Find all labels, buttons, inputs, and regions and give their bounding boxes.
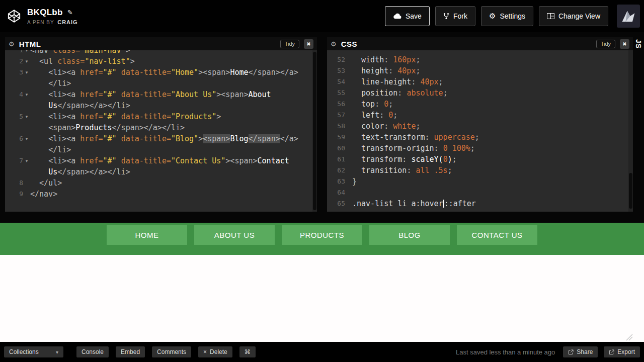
js-panel-label[interactable]: JS xyxy=(634,39,642,223)
code-line: 65.nav-list li a:hover::after xyxy=(327,198,633,209)
html-panel-header: ⚙ HTML Tidy ✖ xyxy=(5,37,317,50)
code-line: 58 color: white; xyxy=(327,121,633,132)
x-icon: × xyxy=(203,348,207,355)
change-view-button[interactable]: Change View xyxy=(539,6,608,26)
preview-pane: HOMEABOUT USPRODUCTSBLOGCONTACT US xyxy=(0,223,644,342)
preview-nav: HOMEABOUT USPRODUCTSBLOGCONTACT US xyxy=(0,223,644,255)
editor-area: ⚙ HTML Tidy ✖ 1▾<nav class="main-nav">2▾… xyxy=(0,32,644,223)
code-line: Us</span></a></li> xyxy=(5,100,317,111)
html-panel: ⚙ HTML Tidy ✖ 1▾<nav class="main-nav">2▾… xyxy=(5,37,317,212)
resize-handle-icon[interactable] xyxy=(624,332,633,341)
code-line: 62 transition: all .5s; xyxy=(327,165,633,176)
change-view-label: Change View xyxy=(558,12,600,20)
code-line: 6▾ <li><a href="#" data-title="Blog"><sp… xyxy=(5,133,317,144)
css-code-editor[interactable]: 52 width: 160px;53 height: 40px;54 line-… xyxy=(327,50,633,212)
comments-button[interactable]: Comments xyxy=(152,346,191,357)
code-line: 1▾<nav class="main-nav"> xyxy=(5,50,317,56)
code-line: 9</nav> xyxy=(5,189,317,200)
preview-nav-button[interactable]: HOME xyxy=(107,225,187,245)
byline-prefix: A PEN BY xyxy=(27,20,54,25)
code-line: 54 line-height: 40px; xyxy=(327,76,633,87)
fork-icon xyxy=(443,13,449,20)
footer-bar: Collections ▾ Console Embed Comments × D… xyxy=(0,342,644,362)
code-line: 2▾ <ul class="nav-list"> xyxy=(5,56,317,67)
css-close-icon[interactable]: ✖ xyxy=(620,39,629,49)
preview-nav-button[interactable]: PRODUCTS xyxy=(282,225,362,245)
code-line: 4▾ <li><a href="#" data-title="About Us"… xyxy=(5,89,317,100)
html-scrollbar[interactable] xyxy=(312,50,317,212)
last-saved-status: Last saved less than a minute ago xyxy=(456,348,555,356)
settings-label: Settings xyxy=(500,12,525,20)
cloud-icon xyxy=(393,13,401,19)
author-link[interactable]: Craig xyxy=(57,19,77,25)
edit-title-icon[interactable]: ✎ xyxy=(67,9,73,16)
fork-label: Fork xyxy=(453,12,467,20)
collections-label: Collections xyxy=(9,348,39,355)
html-code-editor[interactable]: 1▾<nav class="main-nav">2▾ <ul class="na… xyxy=(5,50,317,212)
collections-button[interactable]: Collections ▾ xyxy=(4,346,63,357)
css-panel-title: CSS xyxy=(341,40,357,48)
css-scrollbar[interactable] xyxy=(628,50,633,212)
code-line: 52 width: 160px; xyxy=(327,54,633,65)
code-line: 57 left: 0; xyxy=(327,110,633,121)
delete-label: Delete xyxy=(210,348,227,355)
code-line: Us</span></a></li> xyxy=(5,166,317,177)
css-tidy-button[interactable]: Tidy xyxy=(596,40,615,48)
html-panel-title: HTML xyxy=(19,40,41,48)
html-panel-gear-icon[interactable]: ⚙ xyxy=(9,40,15,48)
code-line: </li> xyxy=(5,78,317,89)
preview-nav-button[interactable]: BLOG xyxy=(369,225,450,245)
pen-byline: A PEN BY Craig xyxy=(27,19,78,25)
chevron-down-icon: ▾ xyxy=(56,349,58,355)
preview-nav-button[interactable]: ABOUT US xyxy=(194,225,275,245)
code-line: <span>Products</span></a></li> xyxy=(5,122,317,133)
code-line: 60 transform-origin: 0 100%; xyxy=(327,143,633,154)
share-label: Share xyxy=(577,348,593,355)
console-button[interactable]: Console xyxy=(76,346,109,357)
pen-title: BKQLbb xyxy=(27,8,63,18)
code-line: 61 transform: scaleY(0); xyxy=(327,154,633,165)
css-panel-header: ⚙ CSS Tidy ✖ xyxy=(327,37,633,50)
code-line: 5▾ <li><a href="#" data-title="Products"… xyxy=(5,111,317,122)
export-label: Export xyxy=(617,348,635,355)
code-line: 63} xyxy=(327,176,633,187)
gear-icon: ⚙ xyxy=(489,12,496,21)
codepen-logo-icon[interactable] xyxy=(7,9,21,23)
html-tidy-button[interactable]: Tidy xyxy=(280,40,299,48)
code-line: 64 xyxy=(327,187,633,198)
delete-button[interactable]: × Delete xyxy=(198,346,232,357)
preview-nav-button[interactable]: CONTACT US xyxy=(457,225,537,245)
preview-body xyxy=(0,255,644,342)
export-button[interactable]: Export xyxy=(604,346,640,357)
embed-button[interactable]: Embed xyxy=(116,346,145,357)
share-button[interactable]: Share xyxy=(563,346,598,357)
code-line: 53 height: 40px; xyxy=(327,65,633,76)
share-icon xyxy=(568,349,574,355)
code-line: 55 position: absolute; xyxy=(327,87,633,99)
avatar[interactable] xyxy=(617,5,640,28)
fork-button[interactable]: Fork xyxy=(435,6,475,26)
save-label: Save xyxy=(406,12,422,20)
css-panel-gear-icon[interactable]: ⚙ xyxy=(331,40,337,48)
export-icon xyxy=(609,349,614,355)
layout-icon xyxy=(547,13,554,19)
save-button[interactable]: Save xyxy=(385,6,430,26)
code-line: 8 </ul> xyxy=(5,177,317,189)
css-panel: ⚙ CSS Tidy ✖ 52 width: 160px;53 height: … xyxy=(327,37,633,212)
code-line: 56 top: 0; xyxy=(327,99,633,110)
code-line: 3▾ <li><a href="#" data-title="Home"><sp… xyxy=(5,67,317,78)
keyboard-shortcuts-button[interactable]: ⌘ xyxy=(239,346,256,357)
code-line: 7▾ <li><a href="#" data-title="Contact U… xyxy=(5,155,317,166)
html-close-icon[interactable]: ✖ xyxy=(304,39,313,49)
top-header: BKQLbb ✎ A PEN BY Craig Save Fork ⚙ xyxy=(0,0,644,32)
code-line: 59 text-transform: uppercase; xyxy=(327,132,633,143)
js-panel-collapsed: JS xyxy=(633,37,644,223)
settings-button[interactable]: ⚙ Settings xyxy=(481,6,533,26)
code-line: </li> xyxy=(5,144,317,155)
